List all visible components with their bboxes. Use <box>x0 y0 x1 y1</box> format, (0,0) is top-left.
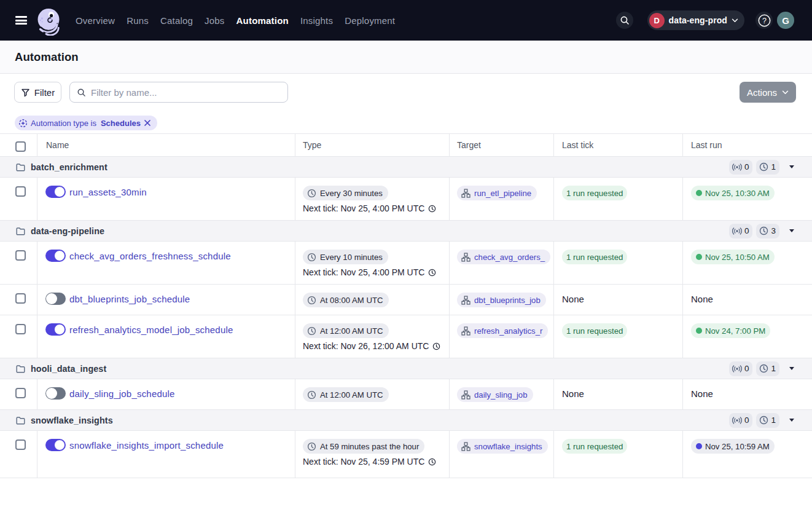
svg-text:?: ? <box>762 17 767 25</box>
